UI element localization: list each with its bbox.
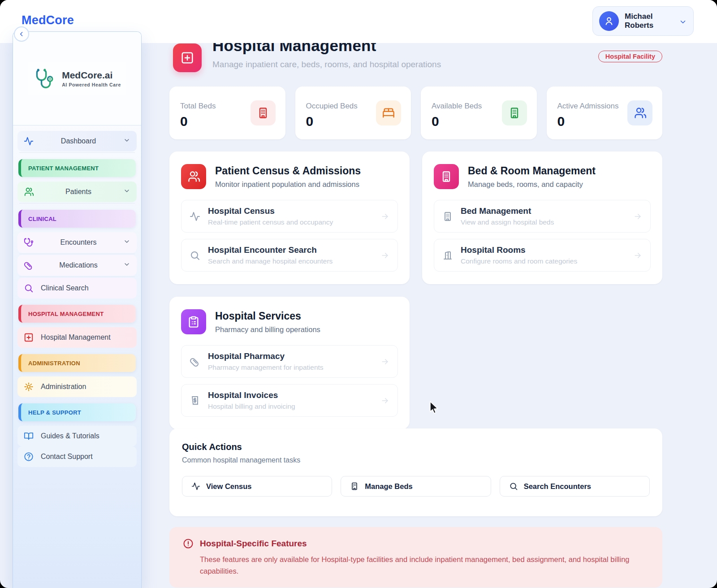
sidebar-item-label: Dashboard (34, 137, 123, 145)
stat-card-active-admissions: Active Admissions 0 (547, 86, 663, 139)
stats-row: Total Beds 0 Occupied Beds 0 Available B… (169, 86, 662, 139)
pill-icon (190, 356, 200, 367)
chevron-down-icon (123, 238, 130, 247)
stethoscope-logo-icon (33, 66, 57, 91)
link-title: Hospital Census (208, 206, 333, 216)
sidebar-logo-area: MedCore.ai AI Powered Health Care (13, 32, 141, 125)
logo-text: MedCore.ai AI Powered Health Care (62, 70, 121, 87)
sidebar: MedCore.ai AI Powered Health Care Dashbo… (13, 31, 142, 588)
building-icon (350, 482, 359, 491)
card-patient-census-admissions: Patient Census & Admissions Monitor inpa… (169, 151, 410, 284)
link-text: Hospital Pharmacy Pharmacy management fo… (208, 351, 324, 372)
sidebar-item-patients[interactable]: Patients (17, 182, 137, 202)
bed-icon (376, 100, 401, 125)
link-hospital-invoices[interactable]: Hospital Invoices Hospital billing and i… (181, 384, 398, 417)
link-text: Hospital Encounter Search Search and man… (208, 245, 333, 265)
building-icon (502, 100, 527, 125)
sidebar-item-label: Contact Support (41, 453, 93, 461)
building-icon (442, 211, 453, 222)
card-bed-room-management: Bed & Room Management Manage beds, rooms… (422, 151, 662, 284)
link-hospital-census[interactable]: Hospital Census Real-time patient census… (181, 200, 398, 233)
help-circle-icon (24, 452, 34, 462)
link-text: Hospital Census Real-time patient census… (208, 206, 333, 226)
link-hospital-rooms[interactable]: Hospital Rooms Configure rooms and room … (434, 239, 651, 272)
users-icon (24, 187, 34, 197)
sidebar-item-label: Hospital Management (41, 333, 111, 342)
button-label: Search Encounters (524, 482, 591, 491)
quick-actions-subtitle: Common hospital management tasks (182, 456, 650, 464)
link-subtitle: Real-time patient census and occupancy (208, 218, 333, 226)
section-help-support: HELP & SUPPORT (18, 403, 136, 421)
sidebar-item-label: Encounters (34, 238, 123, 246)
main-content: Hospital Management Manage inpatient car… (169, 0, 662, 588)
sidebar-item-contact-support[interactable]: Contact Support (17, 446, 137, 467)
link-title: Hospital Rooms (461, 245, 577, 255)
manage-beds-button[interactable]: Manage Beds (341, 476, 491, 497)
sidebar-item-label: Patients (34, 188, 123, 196)
view-census-button[interactable]: View Census (182, 476, 332, 497)
hospital-features-alert: Hospital-Specific Features These feature… (169, 527, 662, 588)
link-hospital-pharmacy[interactable]: Hospital Pharmacy Pharmacy management fo… (181, 345, 398, 378)
card-subtitle: Monitor inpatient population and admissi… (215, 180, 361, 189)
card-header-text: Patient Census & Admissions Monitor inpa… (215, 164, 361, 189)
search-icon (24, 283, 34, 293)
link-hospital-encounter-search[interactable]: Hospital Encounter Search Search and man… (181, 239, 398, 272)
section-clinical: CLINICAL (18, 210, 136, 228)
alert-body: These features are only available for Ho… (200, 553, 641, 577)
door-open-icon (442, 250, 453, 261)
chevron-down-icon (679, 18, 687, 28)
link-subtitle: Configure rooms and room categories (461, 257, 577, 265)
link-subtitle: Pharmacy management for inpatients (208, 363, 324, 372)
link-title: Hospital Invoices (208, 390, 295, 400)
sidebar-item-dashboard[interactable]: Dashboard (17, 131, 137, 151)
link-subtitle: Hospital billing and invoicing (208, 402, 295, 411)
link-text: Hospital Rooms Configure rooms and room … (461, 245, 577, 265)
activity-icon (24, 136, 34, 146)
stat-card-occupied-beds: Occupied Beds 0 (295, 86, 411, 139)
user-menu[interactable]: Michael Roberts (592, 6, 694, 36)
search-icon (190, 250, 200, 261)
building-icon (434, 164, 459, 189)
chevron-down-icon (123, 261, 130, 270)
card-subtitle: Pharmacy and billing operations (215, 325, 320, 334)
people-icon (627, 100, 652, 125)
logo-title: MedCore.ai (62, 70, 121, 81)
sidebar-item-label: Administration (41, 383, 86, 391)
stethoscope-icon (24, 238, 34, 247)
button-label: Manage Beds (365, 482, 412, 491)
clipboard-icon (181, 309, 206, 334)
sidebar-item-encounters[interactable]: Encounters (17, 232, 137, 253)
sidebar-item-hospital-management[interactable]: Hospital Management (17, 327, 137, 348)
card-title: Bed & Room Management (468, 165, 596, 177)
gear-icon (24, 382, 34, 392)
arrow-right-icon (633, 251, 642, 260)
card-header-text: Bed & Room Management Manage beds, rooms… (468, 164, 596, 189)
section-hospital-management: HOSPITAL MANAGEMENT (18, 305, 136, 323)
quick-actions-title: Quick Actions (182, 442, 650, 452)
link-bed-management[interactable]: Bed Management View and assign hospital … (434, 200, 651, 233)
sidebar-item-administration[interactable]: Administration (17, 376, 137, 397)
section-patient-management: PATIENT MANAGEMENT (18, 159, 136, 177)
invoice-icon (190, 395, 200, 406)
link-subtitle: Search and manage hospital encounters (208, 257, 333, 265)
sidebar-item-medications[interactable]: Medications (17, 255, 137, 276)
activity-icon (191, 482, 200, 491)
stat-card-total-beds: Total Beds 0 (169, 86, 285, 139)
divider (19, 254, 135, 254)
alert-header: Hospital-Specific Features (183, 538, 649, 549)
divider (19, 277, 135, 277)
card-header: Bed & Room Management Manage beds, rooms… (434, 164, 651, 189)
page-subtitle: Manage inpatient care, beds, rooms, and … (212, 60, 441, 69)
sidebar-collapse-button[interactable] (14, 26, 29, 42)
sidebar-item-clinical-search[interactable]: Clinical Search (17, 278, 137, 298)
sidebar-item-guides-tutorials[interactable]: Guides & Tutorials (17, 426, 137, 446)
card-title: Patient Census & Admissions (215, 165, 361, 177)
brand-logo[interactable]: MedCore (22, 13, 74, 27)
chevron-down-icon (123, 187, 130, 196)
link-text: Bed Management View and assign hospital … (461, 206, 554, 226)
logo-subtitle: AI Powered Health Care (62, 82, 121, 87)
sidebar-item-label: Guides & Tutorials (41, 432, 99, 440)
arrow-right-icon (380, 357, 389, 366)
search-encounters-button[interactable]: Search Encounters (500, 476, 650, 497)
section-administration: ADMINISTRATION (18, 354, 136, 372)
